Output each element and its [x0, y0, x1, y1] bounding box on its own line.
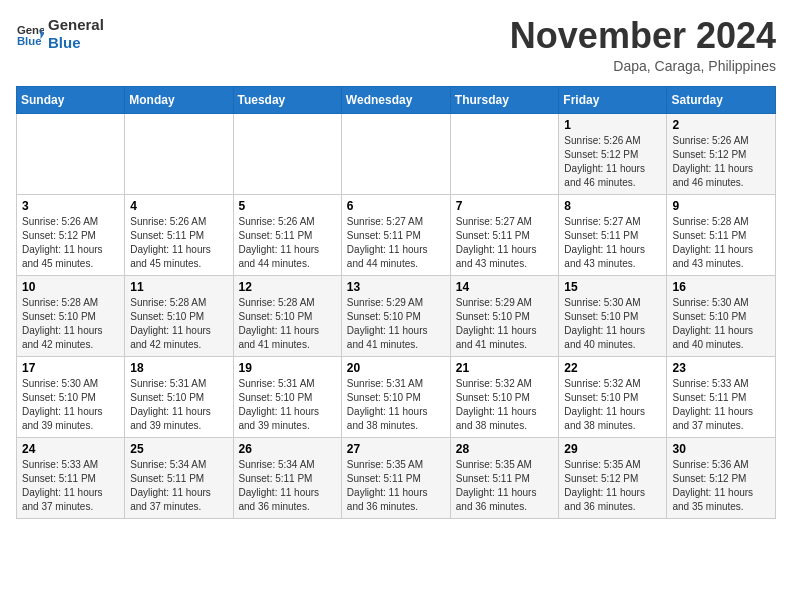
- calendar-cell: 20Sunrise: 5:31 AM Sunset: 5:10 PM Dayli…: [341, 356, 450, 437]
- day-number: 10: [22, 280, 119, 294]
- day-info: Sunrise: 5:32 AM Sunset: 5:10 PM Dayligh…: [456, 377, 554, 433]
- day-number: 14: [456, 280, 554, 294]
- day-number: 4: [130, 199, 227, 213]
- calendar-cell: 17Sunrise: 5:30 AM Sunset: 5:10 PM Dayli…: [17, 356, 125, 437]
- logo-icon: General Blue: [16, 20, 44, 48]
- calendar-cell: 18Sunrise: 5:31 AM Sunset: 5:10 PM Dayli…: [125, 356, 233, 437]
- logo-general: General: [48, 16, 104, 34]
- weekday-header-friday: Friday: [559, 86, 667, 113]
- calendar-cell: [125, 113, 233, 194]
- day-number: 8: [564, 199, 661, 213]
- svg-text:Blue: Blue: [17, 35, 42, 47]
- weekday-header-monday: Monday: [125, 86, 233, 113]
- day-number: 17: [22, 361, 119, 375]
- calendar-cell: 22Sunrise: 5:32 AM Sunset: 5:10 PM Dayli…: [559, 356, 667, 437]
- day-number: 22: [564, 361, 661, 375]
- day-number: 24: [22, 442, 119, 456]
- calendar-cell: 12Sunrise: 5:28 AM Sunset: 5:10 PM Dayli…: [233, 275, 341, 356]
- day-info: Sunrise: 5:27 AM Sunset: 5:11 PM Dayligh…: [564, 215, 661, 271]
- title-block: November 2024 Dapa, Caraga, Philippines: [510, 16, 776, 74]
- day-info: Sunrise: 5:30 AM Sunset: 5:10 PM Dayligh…: [564, 296, 661, 352]
- day-number: 15: [564, 280, 661, 294]
- calendar-cell: 5Sunrise: 5:26 AM Sunset: 5:11 PM Daylig…: [233, 194, 341, 275]
- location-subtitle: Dapa, Caraga, Philippines: [510, 58, 776, 74]
- day-info: Sunrise: 5:33 AM Sunset: 5:11 PM Dayligh…: [22, 458, 119, 514]
- day-info: Sunrise: 5:29 AM Sunset: 5:10 PM Dayligh…: [456, 296, 554, 352]
- day-info: Sunrise: 5:30 AM Sunset: 5:10 PM Dayligh…: [672, 296, 770, 352]
- day-number: 19: [239, 361, 336, 375]
- day-info: Sunrise: 5:31 AM Sunset: 5:10 PM Dayligh…: [347, 377, 445, 433]
- calendar-table: SundayMondayTuesdayWednesdayThursdayFrid…: [16, 86, 776, 519]
- weekday-header-row: SundayMondayTuesdayWednesdayThursdayFrid…: [17, 86, 776, 113]
- calendar-cell: 4Sunrise: 5:26 AM Sunset: 5:11 PM Daylig…: [125, 194, 233, 275]
- day-info: Sunrise: 5:31 AM Sunset: 5:10 PM Dayligh…: [239, 377, 336, 433]
- day-number: 26: [239, 442, 336, 456]
- day-number: 27: [347, 442, 445, 456]
- weekday-header-wednesday: Wednesday: [341, 86, 450, 113]
- calendar-cell: 8Sunrise: 5:27 AM Sunset: 5:11 PM Daylig…: [559, 194, 667, 275]
- day-info: Sunrise: 5:31 AM Sunset: 5:10 PM Dayligh…: [130, 377, 227, 433]
- day-info: Sunrise: 5:27 AM Sunset: 5:11 PM Dayligh…: [347, 215, 445, 271]
- calendar-cell: 9Sunrise: 5:28 AM Sunset: 5:11 PM Daylig…: [667, 194, 776, 275]
- calendar-cell: 21Sunrise: 5:32 AM Sunset: 5:10 PM Dayli…: [450, 356, 559, 437]
- calendar-cell: 1Sunrise: 5:26 AM Sunset: 5:12 PM Daylig…: [559, 113, 667, 194]
- day-number: 7: [456, 199, 554, 213]
- day-number: 6: [347, 199, 445, 213]
- weekday-header-sunday: Sunday: [17, 86, 125, 113]
- calendar-cell: 23Sunrise: 5:33 AM Sunset: 5:11 PM Dayli…: [667, 356, 776, 437]
- day-number: 11: [130, 280, 227, 294]
- svg-text:General: General: [17, 24, 44, 36]
- logo: General Blue General Blue: [16, 16, 104, 52]
- day-info: Sunrise: 5:35 AM Sunset: 5:12 PM Dayligh…: [564, 458, 661, 514]
- calendar-cell: 25Sunrise: 5:34 AM Sunset: 5:11 PM Dayli…: [125, 437, 233, 518]
- calendar-cell: 3Sunrise: 5:26 AM Sunset: 5:12 PM Daylig…: [17, 194, 125, 275]
- calendar-cell: 24Sunrise: 5:33 AM Sunset: 5:11 PM Dayli…: [17, 437, 125, 518]
- day-info: Sunrise: 5:28 AM Sunset: 5:10 PM Dayligh…: [22, 296, 119, 352]
- calendar-week-1: 1Sunrise: 5:26 AM Sunset: 5:12 PM Daylig…: [17, 113, 776, 194]
- day-number: 2: [672, 118, 770, 132]
- calendar-cell: 10Sunrise: 5:28 AM Sunset: 5:10 PM Dayli…: [17, 275, 125, 356]
- day-number: 9: [672, 199, 770, 213]
- day-number: 3: [22, 199, 119, 213]
- day-number: 1: [564, 118, 661, 132]
- day-info: Sunrise: 5:26 AM Sunset: 5:11 PM Dayligh…: [130, 215, 227, 271]
- day-number: 18: [130, 361, 227, 375]
- calendar-week-5: 24Sunrise: 5:33 AM Sunset: 5:11 PM Dayli…: [17, 437, 776, 518]
- day-info: Sunrise: 5:26 AM Sunset: 5:12 PM Dayligh…: [672, 134, 770, 190]
- calendar-cell: 27Sunrise: 5:35 AM Sunset: 5:11 PM Dayli…: [341, 437, 450, 518]
- day-info: Sunrise: 5:28 AM Sunset: 5:10 PM Dayligh…: [130, 296, 227, 352]
- day-number: 21: [456, 361, 554, 375]
- calendar-cell: 28Sunrise: 5:35 AM Sunset: 5:11 PM Dayli…: [450, 437, 559, 518]
- calendar-cell: [17, 113, 125, 194]
- day-info: Sunrise: 5:26 AM Sunset: 5:12 PM Dayligh…: [564, 134, 661, 190]
- calendar-cell: 19Sunrise: 5:31 AM Sunset: 5:10 PM Dayli…: [233, 356, 341, 437]
- day-number: 29: [564, 442, 661, 456]
- calendar-cell: 6Sunrise: 5:27 AM Sunset: 5:11 PM Daylig…: [341, 194, 450, 275]
- day-info: Sunrise: 5:30 AM Sunset: 5:10 PM Dayligh…: [22, 377, 119, 433]
- page-header: General Blue General Blue November 2024 …: [16, 16, 776, 74]
- logo-blue: Blue: [48, 34, 104, 52]
- calendar-cell: [233, 113, 341, 194]
- calendar-cell: 15Sunrise: 5:30 AM Sunset: 5:10 PM Dayli…: [559, 275, 667, 356]
- day-info: Sunrise: 5:29 AM Sunset: 5:10 PM Dayligh…: [347, 296, 445, 352]
- day-number: 30: [672, 442, 770, 456]
- calendar-week-4: 17Sunrise: 5:30 AM Sunset: 5:10 PM Dayli…: [17, 356, 776, 437]
- day-info: Sunrise: 5:35 AM Sunset: 5:11 PM Dayligh…: [456, 458, 554, 514]
- day-number: 13: [347, 280, 445, 294]
- calendar-week-3: 10Sunrise: 5:28 AM Sunset: 5:10 PM Dayli…: [17, 275, 776, 356]
- calendar-cell: 13Sunrise: 5:29 AM Sunset: 5:10 PM Dayli…: [341, 275, 450, 356]
- day-number: 20: [347, 361, 445, 375]
- calendar-cell: 30Sunrise: 5:36 AM Sunset: 5:12 PM Dayli…: [667, 437, 776, 518]
- calendar-cell: 11Sunrise: 5:28 AM Sunset: 5:10 PM Dayli…: [125, 275, 233, 356]
- day-info: Sunrise: 5:34 AM Sunset: 5:11 PM Dayligh…: [239, 458, 336, 514]
- day-info: Sunrise: 5:27 AM Sunset: 5:11 PM Dayligh…: [456, 215, 554, 271]
- calendar-cell: [450, 113, 559, 194]
- calendar-cell: 14Sunrise: 5:29 AM Sunset: 5:10 PM Dayli…: [450, 275, 559, 356]
- day-number: 12: [239, 280, 336, 294]
- day-info: Sunrise: 5:26 AM Sunset: 5:12 PM Dayligh…: [22, 215, 119, 271]
- weekday-header-saturday: Saturday: [667, 86, 776, 113]
- day-info: Sunrise: 5:34 AM Sunset: 5:11 PM Dayligh…: [130, 458, 227, 514]
- calendar-cell: 7Sunrise: 5:27 AM Sunset: 5:11 PM Daylig…: [450, 194, 559, 275]
- weekday-header-thursday: Thursday: [450, 86, 559, 113]
- calendar-week-2: 3Sunrise: 5:26 AM Sunset: 5:12 PM Daylig…: [17, 194, 776, 275]
